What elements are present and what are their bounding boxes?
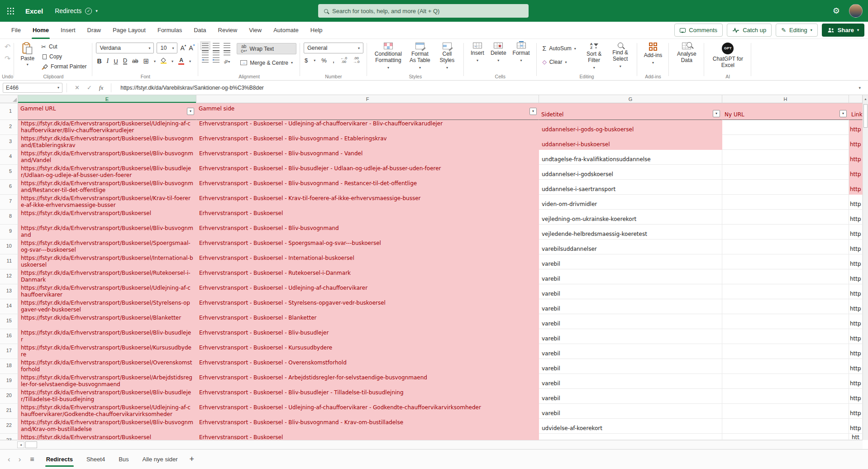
fill-color-button[interactable]	[161, 58, 167, 64]
cell-gammel-url[interactable]: https://fstyr.dk/da/Erhvervstransport/Bu…	[18, 314, 196, 329]
format-cells-button[interactable]: Format ▾	[510, 42, 533, 65]
search-input[interactable]: Search for tools, help, and more (Alt + …	[318, 4, 529, 18]
cell-link[interactable]: http	[849, 389, 863, 404]
cell-link[interactable]: http	[849, 195, 863, 210]
cell-gammel-url[interactable]: https://fstyr.dk/da/Erhvervstransport/Bu…	[18, 434, 196, 440]
cell-ny-url[interactable]	[722, 210, 849, 225]
filter-button[interactable]: ▾	[839, 110, 847, 117]
filter-button[interactable]: ▾	[187, 108, 194, 115]
merge-centre-button[interactable]: ↔ Merge & Centre ▾	[237, 57, 296, 68]
avatar[interactable]	[849, 4, 863, 18]
share-button[interactable]: Share ▾	[822, 24, 864, 37]
cell-ny-url[interactable]	[722, 135, 849, 150]
insert-function-button[interactable]: fx	[99, 84, 103, 91]
scroll-up-arrow[interactable]: ▲	[863, 95, 868, 102]
cell-ny-url[interactable]	[722, 404, 849, 419]
cell-sidetitel[interactable]: varebilsuddannelser	[539, 239, 722, 254]
cell-gammel-side[interactable]: Erhvervstransport - Buskoersel - Bliv-bu…	[196, 329, 539, 344]
cell-gammel-side[interactable]: Erhvervstransport - Buskoersel - Overens…	[196, 359, 539, 374]
cell-sidetitel[interactable]: uddannelser-i-godskoersel	[539, 165, 722, 180]
row-number[interactable]: 14	[0, 299, 18, 314]
cancel-entry-button[interactable]: ✕	[75, 84, 80, 91]
cell-link[interactable]: http	[849, 180, 863, 195]
row-number[interactable]: 11	[0, 254, 18, 269]
add-sheet-button[interactable]: +	[185, 455, 200, 464]
document-title-group[interactable]: Redirects ✓ ▾	[55, 7, 98, 14]
align-right-button[interactable]	[224, 50, 230, 55]
cell-ny-url[interactable]	[722, 299, 849, 314]
cell-gammel-side[interactable]: Erhvervstransport - Buskoersel - Bliv-bu…	[196, 135, 539, 150]
select-all-corner[interactable]	[0, 95, 18, 103]
cell-link[interactable]: http	[849, 269, 863, 284]
underline-button[interactable]: U	[114, 58, 118, 65]
sort-filter-button[interactable]: AZ Sort & Filter ▾	[581, 42, 607, 72]
bold-button[interactable]: B	[97, 57, 101, 65]
cell-gammel-url[interactable]: https://fstyr.dk/da/Erhvervstransport/Bu…	[18, 239, 196, 254]
wrap-text-button[interactable]: abc↩ Wrap Text	[237, 43, 296, 54]
cell-styles-button[interactable]: Cell Styles ▾	[434, 42, 460, 72]
cell-sidetitel[interactable]: varebil	[539, 374, 722, 389]
redo-button[interactable]: ↷	[5, 55, 10, 62]
cell-sidetitel[interactable]: varebil	[539, 329, 722, 344]
cell-ny-url[interactable]	[722, 239, 849, 254]
cell-ny-url[interactable]	[722, 374, 849, 389]
row-number[interactable]: 12	[0, 269, 18, 284]
cell-ny-url[interactable]	[722, 314, 849, 329]
cell-ny-url[interactable]	[722, 329, 849, 344]
cell-sidetitel[interactable]: varebil	[539, 269, 722, 284]
cell-ny-url[interactable]	[722, 120, 849, 135]
cell-sidetitel[interactable]: varebil	[539, 359, 722, 374]
row-number[interactable]: 15	[0, 314, 18, 329]
cell-sidetitel[interactable]: vejledning-om-ukrainske-koerekort	[539, 210, 722, 225]
row-number[interactable]: 17	[0, 344, 18, 359]
tab-file[interactable]: File	[5, 22, 27, 39]
cell-gammel-side[interactable]: Erhvervstransport - Buskoersel	[196, 434, 539, 440]
cell-sidetitel[interactable]: uddannelse-i-saertransport	[539, 180, 722, 195]
cell-ny-url[interactable]	[722, 225, 849, 239]
cell-sidetitel[interactable]: varebil	[539, 389, 722, 404]
cell-ny-url[interactable]	[722, 165, 849, 180]
cell-gammel-side[interactable]: Erhvervstransport - Buskoersel - Blanket…	[196, 314, 539, 329]
column-header-I[interactable]	[849, 95, 863, 103]
header-cell-gammel-url[interactable]: Gammel URL ▾	[18, 103, 196, 120]
cell-ny-url[interactable]	[722, 254, 849, 269]
cell-gammel-side[interactable]: Erhvervstransport - Buskoersel - Rutekoe…	[196, 269, 539, 284]
number-format-select[interactable]: General▾	[304, 43, 363, 53]
expand-formula-bar-button[interactable]: ▾	[858, 86, 861, 90]
row-number[interactable]: 13	[0, 284, 18, 299]
cell-link[interactable]: http	[849, 165, 863, 180]
cell-ny-url[interactable]	[722, 389, 849, 404]
cell-link[interactable]: http	[849, 404, 863, 419]
row-number[interactable]: 3	[0, 135, 18, 150]
row-number[interactable]: 21	[0, 404, 18, 419]
cell-gammel-side[interactable]: Erhvervstransport - Buskoersel - Kursusu…	[196, 344, 539, 359]
cell-sidetitel[interactable]: udvidelse-af-koerekort	[539, 419, 722, 434]
cell-gammel-url[interactable]: https://fstyr.dk/da/Erhvervstransport/Bu…	[18, 225, 196, 239]
horizontal-scroll-thumb[interactable]	[25, 441, 37, 448]
cell-link[interactable]: http	[849, 314, 863, 329]
cell-gammel-side[interactable]: Erhvervstransport - Buskoersel - Udlejni…	[196, 404, 539, 419]
cell-gammel-url[interactable]: https://fstyr.dk/da/Erhvervstransport/Bu…	[18, 374, 196, 389]
cell-gammel-url[interactable]: https://fstyr.dk/da/Erhvervstransport/Bu…	[18, 150, 196, 165]
double-underline-button[interactable]: D	[123, 57, 127, 65]
strikethrough-button[interactable]: ab	[132, 58, 138, 64]
column-header-H[interactable]: H	[722, 95, 849, 103]
formula-input[interactable]: https://fstyr.dk/da/Varebilskrav/Sanktio…	[120, 85, 858, 91]
cell-sidetitel[interactable]: varebil	[539, 254, 722, 269]
cell-link[interactable]: http	[849, 374, 863, 389]
sheet-list-menu-button[interactable]: ≡	[25, 455, 39, 464]
cell-ny-url[interactable]	[722, 269, 849, 284]
row-number[interactable]: 6	[0, 180, 18, 195]
cut-button[interactable]: ✂Cut	[39, 42, 89, 52]
cell-gammel-url[interactable]: https://fstyr.dk/da/Erhvervstransport/Bu…	[18, 135, 196, 150]
horizontal-scrollbar[interactable]: ◂	[0, 440, 863, 449]
find-select-button[interactable]: Find & Select ▾	[607, 42, 634, 71]
cell-gammel-side[interactable]: Erhvervstransport - Buskoersel - Arbejds…	[196, 374, 539, 389]
catch-up-button[interactable]: Catch up	[727, 24, 772, 37]
cell-link[interactable]: http	[849, 344, 863, 359]
row-number[interactable]: 1	[0, 103, 18, 120]
row-number[interactable]: 4	[0, 150, 18, 165]
decrease-indent-button[interactable]: ◂	[202, 57, 209, 62]
cell-link[interactable]: http	[849, 299, 863, 314]
currency-format-button[interactable]: $	[305, 57, 308, 64]
